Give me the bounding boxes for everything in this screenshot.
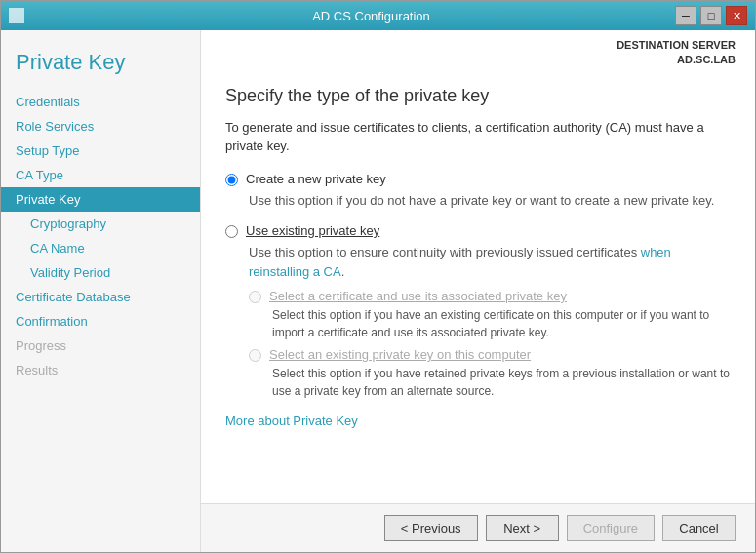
sidebar-item-private-key[interactable]: Private Key [1,187,200,212]
configure-button[interactable]: Configure [567,515,655,541]
window-controls: ─ □ ✕ [675,6,747,25]
next-button[interactable]: Next > [486,515,559,541]
minimize-button[interactable]: ─ [675,6,696,25]
panel-body: Specify the type of the private key To g… [201,76,755,503]
dest-server-info: DESTINATION SERVER AD.SC.LAB [201,30,755,76]
option-group-existing-key: Use existing private keyUse this option … [225,223,731,400]
footer: < Previous Next > Configure Cancel [201,503,755,552]
sidebar-item-confirmation[interactable]: Confirmation [1,309,200,334]
sub-option-existing-private-key: Select an existing private key on this c… [249,347,731,400]
previous-button[interactable]: < Previous [384,515,478,541]
sidebar-item-role-services[interactable]: Role Services [1,114,200,138]
more-info-link[interactable]: More about Private Key [225,414,358,428]
link-area: More about Private Key [225,414,731,428]
desc-existing-private-key: Select this option if you have retained … [272,365,731,400]
desc-cert-key: Select this option if you have an existi… [272,306,731,341]
label-existing-key: Use existing private key [246,223,379,238]
sidebar-item-results: Results [1,358,200,382]
sidebar-item-certificate-database[interactable]: Certificate Database [1,285,200,309]
radio-cert-key[interactable] [249,291,261,303]
radio-existing-key[interactable] [225,225,238,238]
sidebar-item-cryptography[interactable]: Cryptography [1,212,200,236]
title-bar: ⊞ AD CS Configuration ─ □ ✕ [1,1,755,30]
window-title: AD CS Configuration [67,9,675,23]
label-new-key: Create a new private key [246,172,386,186]
panel-heading: Specify the type of the private key [225,86,731,106]
sidebar-item-ca-name[interactable]: CA Name [1,236,200,260]
radio-new-key[interactable] [225,174,238,186]
desc-existing-key: Use this option to ensure continuity wit… [249,243,731,281]
main-window: ⊞ AD CS Configuration ─ □ ✕ Private Key … [0,0,756,553]
sidebar-item-ca-type[interactable]: CA Type [1,163,200,187]
main-panel: DESTINATION SERVER AD.SC.LAB Specify the… [201,30,755,552]
sidebar-item-setup-type[interactable]: Setup Type [1,138,200,163]
window-icon: ⊞ [9,8,24,23]
close-button[interactable]: ✕ [726,6,747,25]
content-area: Private Key CredentialsRole ServicesSetu… [1,30,755,552]
maximize-button[interactable]: □ [700,6,722,25]
sidebar: Private Key CredentialsRole ServicesSetu… [1,30,201,552]
cancel-button[interactable]: Cancel [662,515,736,541]
dest-server-label: DESTINATION SERVER [220,38,736,53]
desc-new-key: Use this option if you do not have a pri… [249,191,731,211]
footer-buttons: < Previous Next > Configure Cancel [384,515,736,541]
sidebar-title: Private Key [1,50,200,90]
options-container: Create a new private keyUse this option … [225,172,731,401]
option-group-new-key: Create a new private keyUse this option … [225,172,731,211]
radio-existing-private-key[interactable] [249,349,261,362]
sidebar-nav: CredentialsRole ServicesSetup TypeCA Typ… [1,90,200,382]
intro-text: To generate and issue certificates to cl… [225,118,731,156]
sidebar-item-credentials[interactable]: Credentials [1,90,200,114]
label-cert-key: Select a certificate and use its associa… [269,289,567,303]
sub-option-cert-key: Select a certificate and use its associa… [249,289,731,341]
label-existing-private-key: Select an existing private key on this c… [269,347,531,362]
sidebar-item-progress: Progress [1,334,200,358]
sidebar-item-validity-period[interactable]: Validity Period [1,260,200,285]
dest-server-name: AD.SC.LAB [220,53,736,67]
